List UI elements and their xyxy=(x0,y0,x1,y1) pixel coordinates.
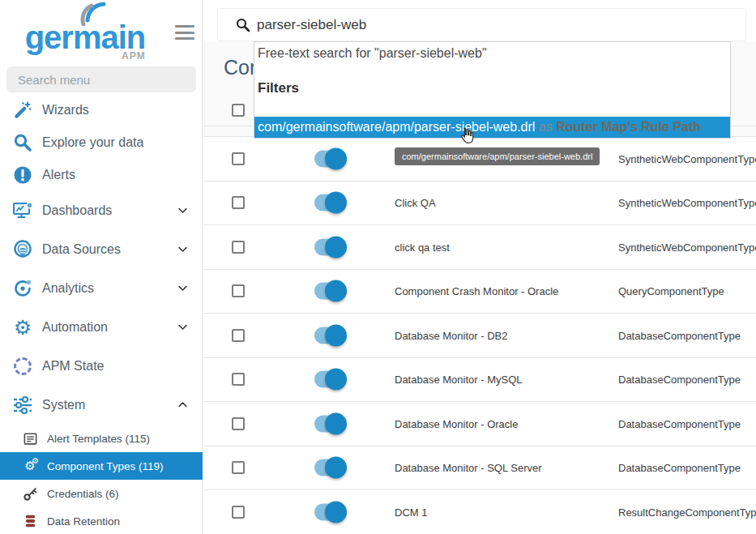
sidebar-item-alerts[interactable]: Alerts xyxy=(0,159,203,191)
germain-logo: germain APM xyxy=(0,0,203,65)
path-tooltip: com/germainsoftware/apm/parser-siebel-we… xyxy=(395,147,600,165)
toggle-knob xyxy=(325,147,347,169)
sidebar: germain APM Wizards Explore your data Al… xyxy=(0,0,203,534)
global-search-box[interactable]: parser-siebel-web xyxy=(217,8,746,41)
sidebar-subitem-component-types-119[interactable]: ⚙⚙ Component Types (119) xyxy=(0,452,203,480)
component-name: DCM 1 xyxy=(395,506,427,518)
sidebar-item-system[interactable]: System xyxy=(0,386,203,425)
component-name: click qa test xyxy=(395,241,450,253)
toggle-knob xyxy=(325,457,347,479)
global-search-query[interactable]: parser-siebel-web xyxy=(257,9,366,41)
sidebar-subitem-data-retention[interactable]: Data Retention xyxy=(0,507,203,534)
sidebar-item-label: Alerts xyxy=(42,168,75,182)
enabled-toggle[interactable] xyxy=(314,283,344,300)
hand-cursor-icon xyxy=(458,126,477,149)
chevron-down-icon xyxy=(177,321,190,334)
gear-icon: ⚙ xyxy=(11,316,34,339)
component-type: SyntheticWebComponentType xyxy=(618,152,756,164)
sliders-icon xyxy=(11,394,34,417)
table-row[interactable]: Database Monitor - MySQL DatabaseCompone… xyxy=(203,358,756,403)
sidebar-search-input[interactable] xyxy=(6,66,196,92)
enabled-toggle[interactable] xyxy=(314,503,344,520)
component-type: SyntheticWebComponentType xyxy=(618,197,756,209)
magic-wand-icon xyxy=(11,99,34,122)
dashboard-monitor-icon xyxy=(11,199,34,222)
component-type: QueryComponentType xyxy=(618,285,724,297)
suggestion-as: as xyxy=(535,120,556,134)
toggle-knob xyxy=(325,412,347,434)
table-row[interactable]: Database Monitor - SQL Server DatabaseCo… xyxy=(203,446,756,491)
row-checkbox[interactable] xyxy=(232,506,245,519)
component-type: SyntheticWebComponentType xyxy=(618,241,756,253)
table-row[interactable]: DCM 1 ResultChangeComponentType xyxy=(203,490,756,534)
row-checkbox[interactable] xyxy=(232,196,245,209)
sidebar-subitem-credentials-6[interactable]: Credentials (6) xyxy=(0,480,203,507)
toggle-knob xyxy=(325,324,347,346)
sidebar-item-label: APM State xyxy=(42,359,104,374)
component-name: Component Crash Monitor - Oracle xyxy=(395,285,558,297)
search-suggestions-dropdown: Free-text search for "parser-siebel-web"… xyxy=(254,41,731,139)
row-checkbox[interactable] xyxy=(232,284,245,297)
table-row[interactable]: click qa test SyntheticWebComponentType xyxy=(203,225,756,270)
data-sources-icon xyxy=(11,238,34,261)
sidebar-subitem-label: Data Retention xyxy=(47,515,120,528)
sidebar-item-explore-your-data[interactable]: Explore your data xyxy=(0,126,203,159)
logo-subtext: APM xyxy=(122,50,146,62)
suggestion-router-map-rule-path[interactable]: com/germainsoftware/apm/parser-siebel-we… xyxy=(254,117,730,138)
sidebar-item-label: System xyxy=(42,398,85,412)
app-root: germain APM Wizards Explore your data Al… xyxy=(0,0,756,534)
top-search-band: parser-siebel-web xyxy=(203,0,756,41)
sidebar-item-label: Analytics xyxy=(42,281,94,296)
enabled-toggle[interactable] xyxy=(314,327,344,344)
component-type: DatabaseComponentType xyxy=(618,329,741,341)
enabled-toggle[interactable] xyxy=(314,194,344,211)
row-checkbox[interactable] xyxy=(232,241,245,254)
chevron-down-icon xyxy=(177,282,190,295)
sidebar-item-wizards[interactable]: Wizards xyxy=(0,94,203,126)
gears-icon: ⚙⚙ xyxy=(21,457,39,475)
enabled-toggle[interactable] xyxy=(314,238,344,255)
enabled-toggle[interactable] xyxy=(314,371,344,388)
system-submenu: Alert Templates (115) ⚙⚙ Component Types… xyxy=(0,425,203,534)
table-row[interactable]: Database Monitor - DB2 DatabaseComponent… xyxy=(203,314,756,358)
component-type: DatabaseComponentType xyxy=(618,462,741,474)
enabled-toggle[interactable] xyxy=(314,415,344,432)
sidebar-item-data-sources[interactable]: Data Sources xyxy=(0,230,203,269)
magnifier-icon xyxy=(11,131,34,154)
table-row[interactable]: Click QA SyntheticWebComponentType xyxy=(203,182,756,226)
row-checkbox[interactable] xyxy=(232,152,245,165)
sidebar-item-dashboards[interactable]: Dashboards xyxy=(0,191,203,230)
sidebar-item-label: Wizards xyxy=(42,103,89,117)
table-row[interactable]: Database Monitor - Oracle DatabaseCompon… xyxy=(203,402,756,446)
sidebar-item-analytics[interactable]: Analytics xyxy=(0,269,203,308)
select-all-checkbox[interactable] xyxy=(232,104,245,117)
sidebar-subitem-label: Credentials (6) xyxy=(47,488,119,500)
sidebar-nav: Wizards Explore your data Alerts Dashboa… xyxy=(0,94,203,425)
component-types-table: SyntheticWebComponentType Click QA Synth… xyxy=(203,136,756,534)
toggle-knob xyxy=(325,501,347,523)
list-icon xyxy=(21,429,39,447)
sidebar-item-apm-state[interactable]: APM State xyxy=(0,347,203,386)
sidebar-subitem-alert-templates-115[interactable]: Alert Templates (115) xyxy=(0,425,203,452)
sidebar-item-automation[interactable]: ⚙ Automation xyxy=(0,308,203,347)
suggestion-field: Router Map's Rule Path xyxy=(556,120,701,134)
free-text-search-option[interactable]: Free-text search for "parser-siebel-web" xyxy=(258,46,487,61)
sidebar-item-label: Data Sources xyxy=(42,242,121,257)
toggle-knob xyxy=(325,369,347,391)
hamburger-menu-icon[interactable] xyxy=(175,25,194,42)
database-icon xyxy=(21,512,39,530)
sidebar-subitem-label: Component Types (119) xyxy=(47,460,164,472)
table-row[interactable]: Component Crash Monitor - Oracle QueryCo… xyxy=(203,270,756,314)
row-checkbox[interactable] xyxy=(232,417,245,430)
enabled-toggle[interactable] xyxy=(314,150,344,167)
component-type: DatabaseComponentType xyxy=(618,374,741,386)
row-checkbox[interactable] xyxy=(232,329,245,342)
row-checkbox[interactable] xyxy=(232,373,245,386)
suggestion-path: com/germainsoftware/apm/parser-siebel-we… xyxy=(258,120,535,134)
toggle-knob xyxy=(325,192,347,214)
row-checkbox[interactable] xyxy=(232,461,245,474)
alert-circle-icon xyxy=(11,164,34,186)
chevron-down-icon xyxy=(177,243,190,256)
component-name: Database Monitor - MySQL xyxy=(395,374,523,386)
enabled-toggle[interactable] xyxy=(314,459,344,476)
